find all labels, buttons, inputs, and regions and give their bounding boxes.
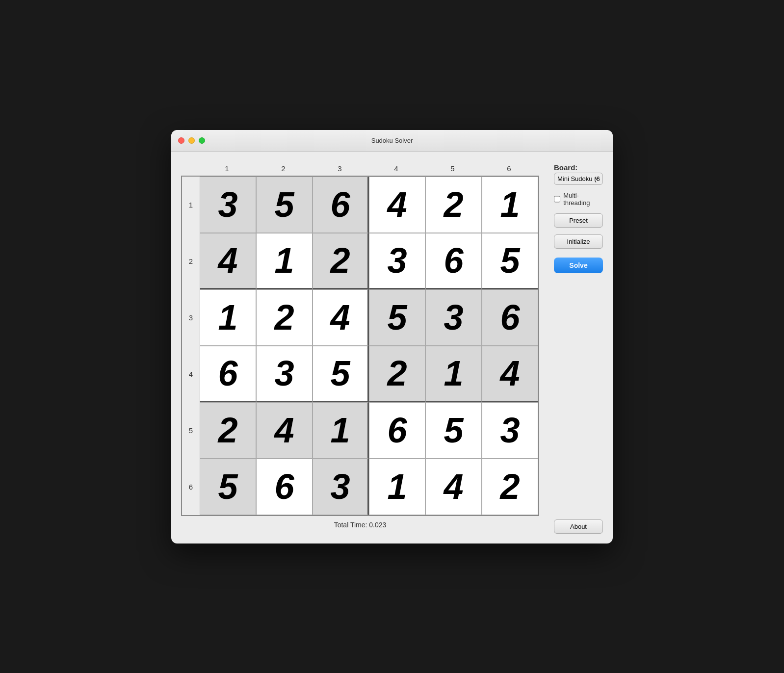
col-header-1: 1: [199, 161, 255, 176]
cell-r2c1[interactable]: 4: [200, 233, 256, 289]
cell-r3c5[interactable]: 3: [425, 289, 482, 346]
solve-button[interactable]: Solve: [554, 258, 603, 273]
app-window: Sudoku Solver 1 2 3 4 5 6 13564212412365…: [171, 130, 613, 544]
board-area: 1 2 3 4 5 6 1356421241236531245364635214…: [181, 161, 539, 534]
cell-r3c3[interactable]: 4: [313, 289, 369, 346]
cell-r4c5[interactable]: 1: [425, 346, 482, 402]
row-label-4: 4: [182, 346, 200, 402]
cell-r2c6[interactable]: 5: [482, 233, 538, 289]
multithreading-checkbox[interactable]: [554, 196, 560, 203]
cell-r5c3[interactable]: 1: [313, 402, 369, 459]
cell-r6c6[interactable]: 2: [482, 459, 538, 515]
cell-r1c4[interactable]: 4: [369, 177, 425, 233]
status-bar: Total Time: 0.023: [181, 516, 539, 534]
multithreading-row: Multi-threading: [554, 192, 603, 207]
col-header-2: 2: [255, 161, 312, 176]
col-headers: 1 2 3 4 5 6: [199, 161, 539, 176]
cell-r2c2[interactable]: 1: [256, 233, 313, 289]
cell-r1c5[interactable]: 2: [425, 177, 482, 233]
cell-r5c1[interactable]: 2: [200, 402, 256, 459]
maximize-button[interactable]: [199, 137, 205, 144]
cell-r5c4[interactable]: 6: [369, 402, 425, 459]
cell-r4c6[interactable]: 4: [482, 346, 538, 402]
cell-r3c2[interactable]: 2: [256, 289, 313, 346]
cell-r5c2[interactable]: 4: [256, 402, 313, 459]
board-label: Board:: [554, 163, 603, 172]
col-header-5: 5: [424, 161, 481, 176]
board-row-4: 4635214: [182, 346, 538, 402]
cell-r4c2[interactable]: 3: [256, 346, 313, 402]
cell-r2c4[interactable]: 3: [369, 233, 425, 289]
cell-r6c3[interactable]: 3: [313, 459, 369, 515]
cell-r1c2[interactable]: 5: [256, 177, 313, 233]
traffic-lights: [178, 137, 205, 144]
cell-r1c6[interactable]: 1: [482, 177, 538, 233]
about-button[interactable]: About: [554, 519, 603, 534]
sidebar: Board: Mini Sudoku (6x6) Standard Sudoku…: [554, 161, 603, 534]
preset-button[interactable]: Preset: [554, 213, 603, 228]
cell-r6c5[interactable]: 4: [425, 459, 482, 515]
cell-r5c6[interactable]: 3: [482, 402, 538, 459]
cell-r2c5[interactable]: 6: [425, 233, 482, 289]
cell-r5c5[interactable]: 5: [425, 402, 482, 459]
col-header-4: 4: [368, 161, 424, 176]
cell-r3c4[interactable]: 5: [369, 289, 425, 346]
cell-r4c3[interactable]: 5: [313, 346, 369, 402]
total-time-label: Total Time: 0.023: [334, 521, 387, 529]
cell-r6c2[interactable]: 6: [256, 459, 313, 515]
board-row-5: 5241653: [182, 402, 538, 459]
col-header-3: 3: [312, 161, 368, 176]
window-title: Sudoku Solver: [371, 137, 413, 144]
cell-r4c4[interactable]: 2: [369, 346, 425, 402]
col-header-6: 6: [481, 161, 537, 176]
main-content: 1 2 3 4 5 6 1356421241236531245364635214…: [171, 152, 613, 544]
cell-r4c1[interactable]: 6: [200, 346, 256, 402]
close-button[interactable]: [178, 137, 184, 144]
sudoku-board: 1356421241236531245364635214524165365631…: [181, 176, 539, 516]
initialize-button[interactable]: Initialize: [554, 234, 603, 249]
board-row-1: 1356421: [182, 177, 538, 233]
cell-r3c6[interactable]: 6: [482, 289, 538, 346]
title-bar: Sudoku Solver: [171, 130, 613, 152]
minimize-button[interactable]: [188, 137, 195, 144]
board-row-3: 3124536: [182, 289, 538, 346]
row-label-3: 3: [182, 289, 200, 346]
cell-r3c1[interactable]: 1: [200, 289, 256, 346]
board-row-2: 2412365: [182, 233, 538, 289]
row-label-5: 5: [182, 402, 200, 459]
row-label-6: 6: [182, 459, 200, 515]
multithreading-label: Multi-threading: [563, 192, 603, 207]
cell-r6c1[interactable]: 5: [200, 459, 256, 515]
board-type-select[interactable]: Mini Sudoku (6x6) Standard Sudoku (9x9): [554, 173, 603, 185]
sidebar-spacer: [554, 280, 603, 513]
cell-r1c3[interactable]: 6: [313, 177, 369, 233]
cell-r6c4[interactable]: 1: [369, 459, 425, 515]
cell-r1c1[interactable]: 3: [200, 177, 256, 233]
board-row-6: 6563142: [182, 459, 538, 515]
row-label-1: 1: [182, 177, 200, 233]
cell-r2c3[interactable]: 2: [313, 233, 369, 289]
row-label-2: 2: [182, 233, 200, 289]
